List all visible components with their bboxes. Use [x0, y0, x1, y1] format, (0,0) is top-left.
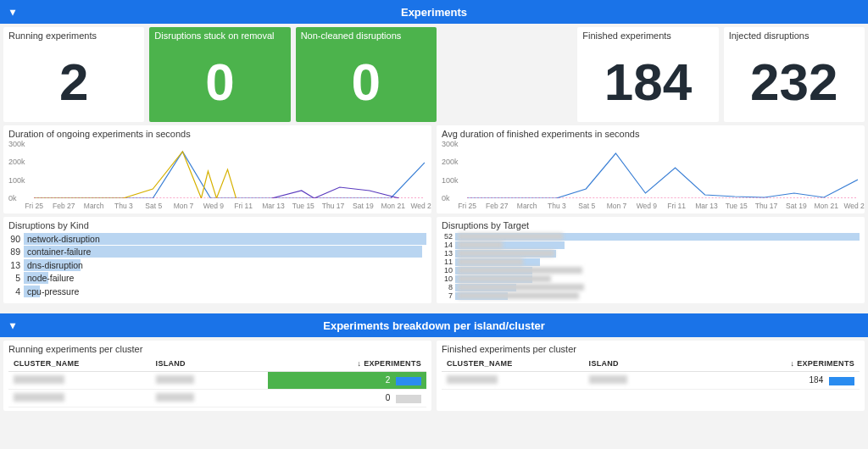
cell-cluster	[442, 372, 584, 390]
target-row[interactable]: 7	[442, 291, 860, 300]
target-row[interactable]: 8	[442, 283, 860, 291]
panel-by-target[interactable]: Disruptions by Target 52141311101087	[437, 217, 865, 303]
cell-cluster	[8, 390, 151, 407]
target-bar	[455, 233, 860, 241]
x-tick: Thu 17	[322, 202, 344, 210]
target-count: 13	[442, 249, 455, 258]
stat-title: Disruptions stuck on removal	[154, 30, 285, 41]
target-row[interactable]: 13	[442, 249, 860, 258]
stat-value: 232	[729, 42, 860, 122]
x-tick: Fri 25	[25, 202, 43, 210]
x-tick: Sat 19	[786, 202, 807, 210]
cell-experiments: 2	[268, 372, 426, 390]
cell-island	[584, 372, 701, 390]
col-cluster[interactable]: CLUSTER_NAME	[8, 356, 151, 372]
bar-wrap: node-failure	[24, 272, 426, 284]
y-tick: 100k	[442, 176, 459, 185]
target-count: 11	[442, 258, 455, 266]
by-kind-list: 90network-disruption89container-failure1…	[8, 232, 426, 298]
x-tick: Mar 13	[262, 202, 284, 210]
chevron-down-icon[interactable]: ▾	[10, 319, 15, 331]
redacted	[14, 375, 64, 384]
bar-label: node-failure	[24, 273, 74, 283]
chart-svg	[34, 144, 425, 198]
x-tick: Sat 19	[353, 202, 374, 210]
stat-finished[interactable]: Finished experiments 184	[577, 27, 718, 122]
stat-noncleaned[interactable]: Non-cleaned disruptions 0	[296, 27, 437, 122]
x-tick: Thu 3	[114, 202, 133, 210]
target-row[interactable]: 52	[442, 232, 860, 241]
panel-by-kind[interactable]: Disruptions by Kind 90network-disruption…	[3, 217, 431, 303]
x-tick: Mon 7	[607, 202, 627, 210]
target-row[interactable]: 10	[442, 274, 860, 283]
y-tick: 200k	[442, 158, 459, 166]
x-tick: Mon 21	[381, 202, 405, 210]
stat-title: Injected disruptions	[729, 30, 860, 41]
section-title: Experiments	[401, 6, 467, 19]
col-island[interactable]: ISLAND	[584, 356, 701, 372]
section-header-breakdown[interactable]: ▾ Experiments breakdown per island/clust…	[0, 313, 868, 337]
cell-island	[151, 372, 268, 390]
stat-injected[interactable]: Injected disruptions 232	[724, 27, 865, 122]
redacted-label	[458, 233, 563, 240]
target-count: 10	[442, 274, 455, 283]
x-tick: Mon 21	[815, 202, 838, 210]
target-bar	[455, 292, 860, 300]
bar-row[interactable]: 5node-failure	[8, 272, 426, 285]
stat-stuck[interactable]: Disruptions stuck on removal 0	[149, 27, 290, 122]
target-bar	[455, 241, 860, 249]
mini-bar	[396, 377, 421, 385]
x-tick: Mon 7	[174, 202, 194, 210]
table-row[interactable]: 2	[8, 372, 426, 390]
x-tick: Fri 11	[667, 202, 686, 210]
target-row[interactable]: 10	[442, 266, 860, 274]
bar-row[interactable]: 89container-failure	[8, 246, 426, 259]
bar-label: container-failure	[24, 247, 91, 257]
bar-row[interactable]: 4cpu-pressure	[8, 285, 426, 298]
col-cluster[interactable]: CLUSTER_NAME	[442, 356, 584, 372]
redacted-label	[458, 241, 503, 248]
tables-row: Running experiments per cluster CLUSTER_…	[0, 337, 868, 416]
y-tick: 300k	[442, 140, 459, 148]
target-row[interactable]: 11	[442, 258, 860, 266]
panel-running-per-cluster[interactable]: Running experiments per cluster CLUSTER_…	[3, 341, 431, 411]
target-count: 10	[442, 266, 455, 274]
y-tick: 0k	[442, 194, 450, 202]
y-tick: 100k	[8, 176, 25, 185]
panel-finished-per-cluster[interactable]: Finished experiments per cluster CLUSTER…	[437, 341, 865, 411]
stat-running[interactable]: Running experiments 2	[3, 27, 144, 122]
stat-spacer	[442, 27, 572, 122]
stat-value: 0	[301, 42, 431, 122]
x-tick: Feb 27	[53, 202, 75, 210]
section-title: Experiments breakdown per island/cluster	[323, 319, 545, 332]
col-experiments[interactable]: ↓ EXPERIMENTS	[701, 356, 860, 372]
redacted-label	[458, 267, 582, 274]
chart-ongoing[interactable]: Duration of ongoing experiments in secon…	[3, 125, 431, 213]
target-count: 14	[442, 241, 455, 249]
table-row[interactable]: 184	[442, 372, 860, 390]
x-tick: Sat 5	[578, 202, 595, 210]
section-header-experiments[interactable]: ▾ Experiments	[0, 0, 868, 24]
table-running: CLUSTER_NAME ISLAND ↓ EXPERIMENTS 2 0	[8, 356, 426, 407]
table-row[interactable]: 0	[8, 390, 426, 407]
col-experiments[interactable]: ↓ EXPERIMENTS	[268, 356, 426, 372]
x-tick: March	[84, 202, 104, 210]
redacted	[589, 375, 627, 384]
chart-avg[interactable]: Avg duration of finished experiments in …	[437, 125, 865, 213]
panel-title: Running experiments per cluster	[8, 344, 426, 354]
cell-experiments: 184	[701, 372, 860, 390]
target-row[interactable]: 14	[442, 241, 860, 249]
bar-row[interactable]: 90network-disruption	[8, 232, 426, 246]
x-tick: March	[517, 202, 537, 210]
charts-row: Duration of ongoing experiments in secon…	[0, 122, 868, 213]
y-tick: 0k	[8, 194, 17, 202]
stat-row: Running experiments 2 Disruptions stuck …	[0, 24, 868, 122]
chevron-down-icon[interactable]: ▾	[10, 6, 15, 18]
bar-row[interactable]: 13dns-disruption	[8, 258, 426, 272]
chart-title: Duration of ongoing experiments in secon…	[8, 129, 426, 139]
bar-label: cpu-pressure	[24, 286, 79, 297]
x-tick: Wed 9	[637, 202, 657, 210]
col-island[interactable]: ISLAND	[151, 356, 268, 372]
bar-wrap: container-failure	[24, 246, 426, 258]
target-bar	[455, 250, 860, 258]
